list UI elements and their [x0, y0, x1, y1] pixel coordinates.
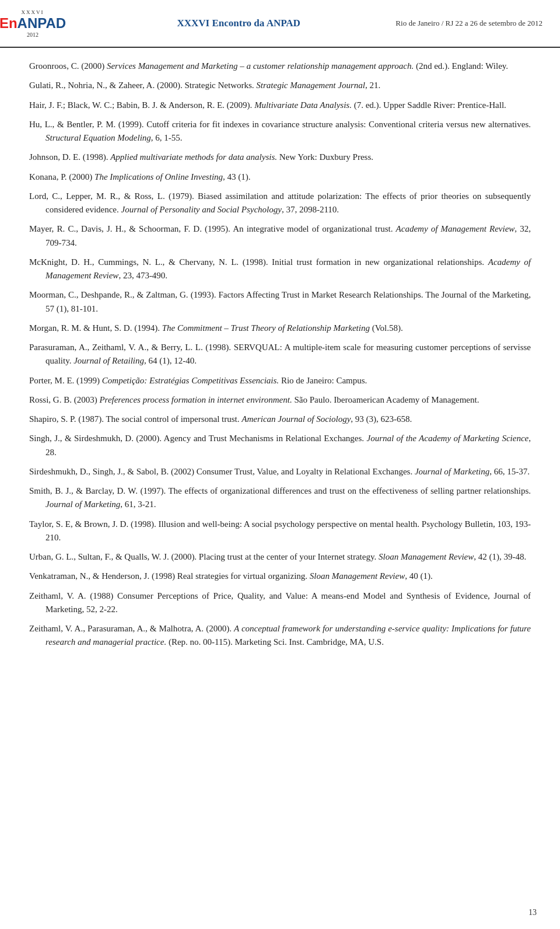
- ref-shapiro: Shapiro, S. P. (1987). The social contro…: [29, 413, 531, 426]
- ref-venkatraman: Venkatraman, N., & Henderson, J. (1998) …: [29, 570, 531, 583]
- ref-rossi: Rossi, G. B. (2003) Preferences process …: [29, 393, 531, 407]
- ref-zeithaml1988: Zeithaml, V. A. (1988) Consumer Percepti…: [29, 589, 531, 617]
- logo-area: XXXVI EnANPAD 2012: [12, 6, 82, 41]
- ref-gulati: Gulati, R., Nohria, N., & Zaheer, A. (20…: [29, 79, 531, 92]
- ref-singh: Singh, J., & Sirdeshmukh, D. (2000). Age…: [29, 432, 531, 459]
- ref-johnson: Johnson, D. E. (1998). Applied multivari…: [29, 151, 531, 164]
- logo-anpad: ANPAD: [18, 15, 66, 32]
- logo-year: 2012: [27, 32, 38, 38]
- logo-box: XXXVI EnANPAD 2012: [12, 6, 54, 41]
- ref-mayer: Mayer, R. C., Davis, J. H., & Schoorman,…: [29, 222, 531, 250]
- ref-zeithaml2000: Zeithaml, V. A., Parasuraman, A., & Malh…: [29, 622, 531, 649]
- logo-roman-text: XXXVI: [22, 9, 44, 15]
- ref-hu: Hu, L., & Bentler, P. M. (1999). Cutoff …: [29, 118, 531, 145]
- page-header: XXXVI EnANPAD 2012 XXXVI Encontro da ANP…: [0, 0, 560, 48]
- ref-mcknight: McKnight, D. H., Cummings, N. L., & Cher…: [29, 256, 531, 283]
- header-location: Rio de Janeiro / RJ 22 a 26 de setembro …: [396, 19, 542, 28]
- ref-groonroos: Groonroos, C. (2000) Services Management…: [29, 60, 531, 73]
- ref-morgan: Morgan, R. M. & Hunt, S. D. (1994). The …: [29, 322, 531, 335]
- ref-smith: Smith, B. J., & Barclay, D. W. (1997). T…: [29, 484, 531, 512]
- logo-en: En: [0, 15, 18, 32]
- ref-taylor: Taylor, S. E, & Brown, J. D. (1998). Ill…: [29, 518, 531, 545]
- ref-moorman: Moorman, C., Deshpande, R., & Zaltman, G…: [29, 288, 531, 316]
- ref-urban: Urban, G. L., Sultan, F., & Qualls, W. J…: [29, 550, 531, 564]
- ref-sirdeshmukh: Sirdeshmukh, D., Singh, J., & Sabol, B. …: [29, 465, 531, 479]
- references-section: Groonroos, C. (2000) Services Management…: [0, 48, 560, 690]
- ref-lord: Lord, C., Lepper, M. R., & Ross, L. (197…: [29, 190, 531, 217]
- ref-parasuraman: Parasuraman, A., Zeithaml, V. A., & Berr…: [29, 341, 531, 368]
- header-title: XXXVI Encontro da ANPAD: [82, 18, 396, 29]
- ref-porter: Porter, M. E. (1999) Competição: Estraté…: [29, 374, 531, 387]
- ref-konana: Konana, P. (2000) The Implications of On…: [29, 170, 531, 184]
- page-number: 13: [528, 908, 537, 917]
- ref-hair: Hair, J. F.; Black, W. C.; Babin, B. J. …: [29, 99, 531, 112]
